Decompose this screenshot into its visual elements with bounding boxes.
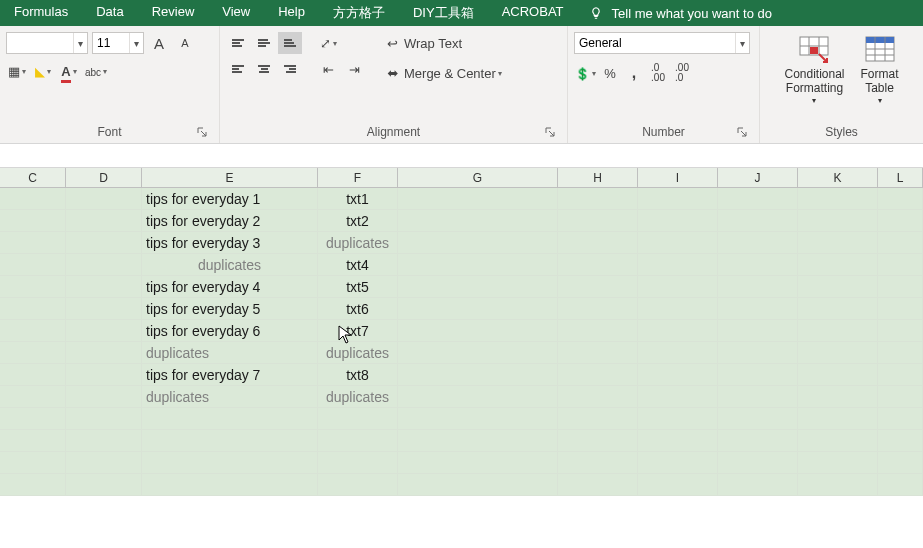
cell[interactable] [318,408,398,430]
cell[interactable] [798,452,878,474]
cell[interactable] [398,232,558,254]
align-center-button[interactable] [252,58,276,80]
cell[interactable]: tips for everyday 6 [142,320,318,342]
font-size-combo[interactable]: 11▾ [92,32,144,54]
grow-font-button[interactable]: A [148,32,170,54]
cell[interactable]: tips for everyday 5 [142,298,318,320]
font-name-combo[interactable]: ▾ [6,32,88,54]
cell[interactable] [398,342,558,364]
cell[interactable] [878,430,923,452]
cell[interactable] [638,474,718,496]
cell[interactable] [718,210,798,232]
merge-center-button[interactable]: Merge & Center [380,62,530,84]
tell-me-search[interactable]: Tell me what you want to do [578,5,782,21]
cell[interactable]: tips for everyday 2 [142,210,318,232]
cell[interactable]: txt5 [318,276,398,298]
cell[interactable] [798,320,878,342]
cell[interactable] [718,276,798,298]
cell[interactable] [0,254,66,276]
menu-tab[interactable]: ACROBAT [488,4,578,19]
cell[interactable] [798,188,878,210]
cell[interactable] [0,276,66,298]
cell[interactable]: tips for everyday 1 [142,188,318,210]
font-color-button[interactable] [58,60,80,82]
cell[interactable]: txt8 [318,364,398,386]
cell[interactable]: tips for everyday 7 [142,364,318,386]
column-header[interactable]: F [318,168,398,187]
cell[interactable] [718,408,798,430]
cell[interactable] [142,474,318,496]
percent-format-button[interactable] [599,62,621,84]
menu-tab[interactable]: Review [138,4,209,19]
column-header[interactable]: G [398,168,558,187]
cell[interactable] [558,320,638,342]
cell[interactable] [558,342,638,364]
cell[interactable] [398,298,558,320]
shrink-font-button[interactable]: A [174,32,196,54]
cell[interactable] [798,430,878,452]
cell[interactable] [798,474,878,496]
cell[interactable] [558,188,638,210]
format-as-table-button[interactable]: Format Table▾ [855,32,905,107]
cell[interactable] [638,364,718,386]
cell[interactable] [0,408,66,430]
cell[interactable]: duplicates [142,254,318,276]
cell[interactable] [558,298,638,320]
cell[interactable] [718,232,798,254]
cell[interactable] [398,474,558,496]
cell[interactable]: duplicates [142,386,318,408]
cell[interactable] [66,408,142,430]
cell[interactable] [718,474,798,496]
cell[interactable] [66,386,142,408]
increase-decimal-button[interactable]: .0.00 [647,62,669,84]
dialog-launcher-icon[interactable] [737,127,749,139]
fill-color-button[interactable] [32,60,54,82]
cell[interactable] [0,364,66,386]
align-middle-button[interactable] [252,32,276,54]
cell[interactable] [66,430,142,452]
cell[interactable] [318,474,398,496]
cell[interactable] [558,254,638,276]
cell[interactable] [878,408,923,430]
cell[interactable] [718,386,798,408]
cell[interactable] [718,254,798,276]
borders-button[interactable] [6,60,28,82]
cell[interactable] [558,452,638,474]
cell[interactable] [142,408,318,430]
cell[interactable] [718,320,798,342]
decrease-decimal-button[interactable]: .00.0 [671,62,693,84]
increase-indent-button[interactable]: ⇥ [342,58,366,80]
accounting-format-button[interactable] [574,62,597,84]
cell[interactable] [0,452,66,474]
dialog-launcher-icon[interactable] [545,127,557,139]
cell[interactable] [142,452,318,474]
cell[interactable] [718,364,798,386]
align-top-button[interactable] [226,32,250,54]
cell[interactable] [638,452,718,474]
cell[interactable] [558,364,638,386]
cell[interactable]: txt2 [318,210,398,232]
cell[interactable] [318,452,398,474]
cell[interactable] [798,254,878,276]
wrap-text-button[interactable]: Wrap Text [380,32,530,54]
cell[interactable] [0,210,66,232]
cell[interactable]: duplicates [318,232,398,254]
cell[interactable] [0,320,66,342]
cell[interactable] [398,386,558,408]
cell[interactable] [638,210,718,232]
cell[interactable] [0,188,66,210]
cell[interactable] [66,276,142,298]
cell[interactable] [638,386,718,408]
cell[interactable] [878,254,923,276]
cell[interactable] [0,232,66,254]
cell[interactable]: txt4 [318,254,398,276]
cell[interactable] [398,430,558,452]
column-header[interactable]: H [558,168,638,187]
cell[interactable]: duplicates [318,386,398,408]
cell[interactable] [398,276,558,298]
cell[interactable] [398,320,558,342]
cell[interactable] [66,254,142,276]
cell[interactable] [558,276,638,298]
cell[interactable] [798,298,878,320]
cell[interactable] [798,386,878,408]
